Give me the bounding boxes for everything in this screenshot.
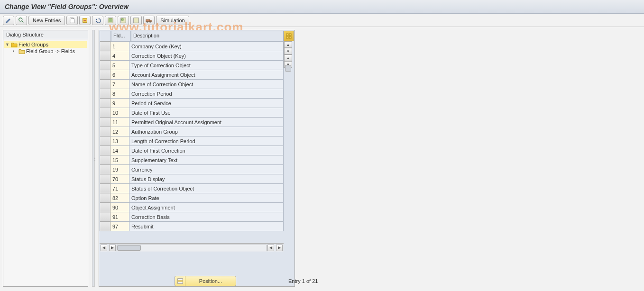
- cell-description[interactable]: Date of First Use: [129, 108, 284, 118]
- row-selector[interactable]: [100, 118, 110, 127]
- scroll-up-step-icon[interactable]: ▲: [284, 55, 292, 61]
- select-all-button[interactable]: [105, 16, 116, 25]
- row-selector[interactable]: [100, 99, 110, 108]
- cell-fld[interactable]: 11: [110, 118, 129, 127]
- cell-fld[interactable]: 91: [110, 212, 129, 222]
- cell-fld[interactable]: 7: [110, 80, 129, 89]
- horizontal-scrollbar[interactable]: ◀ ▶ ◀ ▶: [100, 243, 284, 252]
- tree-item-field-group-fields[interactable]: • Field Group -> Fields: [4, 48, 87, 55]
- table-row[interactable]: 90Object Assignment: [100, 203, 284, 212]
- cell-description[interactable]: Period of Service: [129, 99, 284, 108]
- scrollbar-track[interactable]: [117, 245, 267, 251]
- table-row[interactable]: 4Correction Object (Key): [100, 51, 284, 61]
- scroll-right-icon[interactable]: ▶: [276, 245, 283, 251]
- cell-fld[interactable]: 1: [110, 42, 129, 51]
- scrollbar-thumb[interactable]: [117, 245, 141, 251]
- table-row[interactable]: 12Authorization Group: [100, 127, 284, 136]
- copy-button[interactable]: [66, 16, 78, 25]
- table-row[interactable]: 10Date of First Use: [100, 108, 284, 118]
- table-row[interactable]: 11Permitted Original Account Assignment: [100, 118, 284, 127]
- row-selector[interactable]: [100, 136, 110, 146]
- table-row[interactable]: 82Option Rate: [100, 193, 284, 203]
- row-selector[interactable]: [100, 212, 110, 222]
- cell-fld[interactable]: 9: [110, 99, 129, 108]
- row-selector[interactable]: [100, 61, 110, 70]
- new-entries-button[interactable]: New Entries: [28, 16, 65, 25]
- row-selector[interactable]: [100, 165, 110, 174]
- scroll-left-step-icon[interactable]: ◀: [267, 245, 274, 251]
- table-row[interactable]: 5Type of Correction Object: [100, 61, 284, 70]
- cell-description[interactable]: Permitted Original Account Assignment: [129, 118, 284, 127]
- table-row[interactable]: 91Correction Basis: [100, 212, 284, 222]
- table-row[interactable]: 19Currency: [100, 165, 284, 174]
- cell-fld[interactable]: 12: [110, 127, 129, 136]
- table-row[interactable]: 70Status Display: [100, 174, 284, 184]
- tree-item-field-groups[interactable]: ▼ Field Groups: [4, 41, 87, 48]
- scroll-down-step-icon[interactable]: ▼: [284, 48, 292, 55]
- cell-description[interactable]: Account Assignment Object: [129, 70, 284, 80]
- cell-description[interactable]: Resubmit: [129, 222, 284, 231]
- cell-description[interactable]: Date of First Correction: [129, 146, 284, 155]
- row-selector[interactable]: [100, 193, 110, 203]
- deselect-all-button[interactable]: [130, 16, 142, 25]
- cell-fld[interactable]: 10: [110, 108, 129, 118]
- row-selector[interactable]: [100, 89, 110, 99]
- row-selector[interactable]: [100, 70, 110, 80]
- table-row[interactable]: 15Supplementary Text: [100, 155, 284, 165]
- cell-fld[interactable]: 14: [110, 146, 129, 155]
- cell-description[interactable]: Type of Correction Object: [129, 61, 284, 70]
- cell-description[interactable]: Status of Correction Object: [129, 184, 284, 193]
- row-selector[interactable]: [100, 51, 110, 61]
- table-row[interactable]: 13Length of Correction Period: [100, 136, 284, 146]
- table-row[interactable]: 1Company Code (Key): [100, 42, 284, 51]
- scrollbar-thumb[interactable]: [285, 65, 291, 72]
- row-selector[interactable]: [100, 80, 110, 89]
- cell-description[interactable]: Object Assignment: [129, 203, 284, 212]
- scroll-up-icon[interactable]: ▲: [284, 41, 292, 48]
- configure-columns-button[interactable]: [284, 31, 294, 41]
- scroll-right-step-icon[interactable]: ▶: [109, 245, 116, 251]
- row-selector[interactable]: [100, 184, 110, 193]
- cell-description[interactable]: Correction Basis: [129, 212, 284, 222]
- table-row[interactable]: 71Status of Correction Object: [100, 184, 284, 193]
- cell-fld[interactable]: 13: [110, 136, 129, 146]
- transport-button[interactable]: [143, 16, 155, 25]
- select-block-button[interactable]: [118, 16, 129, 25]
- table-row[interactable]: 9Period of Service: [100, 99, 284, 108]
- delete-button[interactable]: [79, 16, 91, 25]
- find-button[interactable]: [16, 16, 27, 25]
- cell-fld[interactable]: 90: [110, 203, 129, 212]
- row-selector-header[interactable]: [100, 31, 111, 41]
- row-selector[interactable]: [100, 155, 110, 165]
- table-row[interactable]: 14Date of First Correction: [100, 146, 284, 155]
- cell-description[interactable]: Correction Period: [129, 89, 284, 99]
- cell-fld[interactable]: 19: [110, 165, 129, 174]
- cell-description[interactable]: Name of Correction Object: [129, 80, 284, 89]
- table-row[interactable]: 8Correction Period: [100, 89, 284, 99]
- vertical-scrollbar[interactable]: ▲ ▼ ▲ ▼: [284, 41, 292, 68]
- column-header-description[interactable]: Description: [131, 31, 284, 41]
- cell-fld[interactable]: 15: [110, 155, 129, 165]
- cell-description[interactable]: Status Display: [129, 174, 284, 184]
- cell-description[interactable]: Length of Correction Period: [129, 136, 284, 146]
- cell-fld[interactable]: 82: [110, 193, 129, 203]
- row-selector[interactable]: [100, 42, 110, 51]
- column-header-fld[interactable]: Fld...: [111, 31, 131, 41]
- row-selector[interactable]: [100, 146, 110, 155]
- change-display-button[interactable]: [3, 16, 14, 25]
- row-selector[interactable]: [100, 203, 110, 212]
- scroll-left-icon[interactable]: ◀: [101, 245, 107, 251]
- simulation-button[interactable]: Simulation: [156, 16, 189, 25]
- cell-fld[interactable]: 8: [110, 89, 129, 99]
- table-row[interactable]: 7Name of Correction Object: [100, 80, 284, 89]
- table-row[interactable]: 97Resubmit: [100, 222, 284, 231]
- row-selector[interactable]: [100, 174, 110, 184]
- cell-fld[interactable]: 97: [110, 222, 129, 231]
- row-selector[interactable]: [100, 108, 110, 118]
- cell-description[interactable]: Supplementary Text: [129, 155, 284, 165]
- cell-fld[interactable]: 4: [110, 51, 129, 61]
- row-selector[interactable]: [100, 127, 110, 136]
- table-row[interactable]: 6Account Assignment Object: [100, 70, 284, 80]
- cell-fld[interactable]: 6: [110, 70, 129, 80]
- cell-description[interactable]: Currency: [129, 165, 284, 174]
